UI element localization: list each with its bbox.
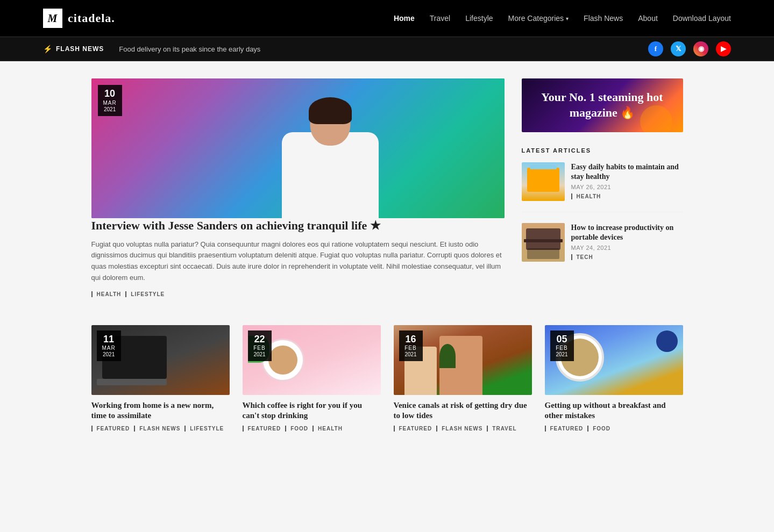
nav-item-lifestyle[interactable]: Lifestyle xyxy=(465,14,493,23)
flash-news-text: Food delivery on its peak since the earl… xyxy=(119,45,648,53)
grid-tag-venice-1[interactable]: FLASH NEWS xyxy=(436,426,482,432)
nav-item-download[interactable]: Download Layout xyxy=(673,14,731,23)
hero-tag-lifestyle[interactable]: Lifestyle xyxy=(125,291,165,297)
left-column: 10 MAR 2021 Interview with Jesse Sanders… xyxy=(91,78,505,308)
nav-link-lifestyle[interactable]: Lifestyle xyxy=(465,14,493,23)
grid-card-laptop: 11 MAR 2021 Working from home is a new n… xyxy=(91,325,230,432)
social-icons: f 𝕏 ◉ ▶ xyxy=(648,41,731,56)
twitter-icon[interactable]: 𝕏 xyxy=(671,41,686,56)
grid-tag-laptop-1[interactable]: FLASH NEWS xyxy=(134,426,180,432)
grid-tags-coffee: FEATURED FOOD HEALTH xyxy=(243,426,381,432)
nav-item-flash[interactable]: Flash News xyxy=(584,14,623,23)
grid-title-breakfast[interactable]: Getting up without a breakfast and other… xyxy=(545,400,683,421)
nav-item-more[interactable]: More Categories ▾ xyxy=(508,14,569,23)
article-tags-productivity: TECH xyxy=(571,254,683,260)
grid-tags-venice: FEATURED FLASH NEWS TRAVEL xyxy=(394,426,532,432)
article-date-habits: MAY 26, 2021 xyxy=(571,184,683,190)
facebook-icon[interactable]: f xyxy=(648,41,663,56)
grid-card-coffee: 22 FEB 2021 Which coffee is right for yo… xyxy=(243,325,381,432)
grid-tag-coffee-2[interactable]: HEALTH xyxy=(313,426,343,432)
youtube-icon[interactable]: ▶ xyxy=(716,41,731,56)
bottom-grid: 11 MAR 2021 Working from home is a new n… xyxy=(81,325,694,432)
grid-title-laptop[interactable]: Working from home is a new norm, time to… xyxy=(91,400,230,421)
grid-card-venice: 16 FEB 2021 Venice canals at risk of get… xyxy=(394,325,532,432)
nav-item-home[interactable]: Home xyxy=(394,14,415,23)
coffee-liquid xyxy=(268,346,297,375)
grid-img-breakfast[interactable]: 05 FEB 2021 xyxy=(545,325,683,395)
grid-tags-laptop: FEATURED FLASH NEWS LIFESTYLE xyxy=(91,426,230,432)
productivity-image xyxy=(522,223,565,262)
grid-date-4: 05 FEB 2021 xyxy=(550,330,574,362)
article-tag-productivity-tech[interactable]: TECH xyxy=(571,254,593,260)
habits-img-accent2 xyxy=(530,165,557,169)
bolt-icon: ⚡ xyxy=(43,45,53,53)
article-title-habits[interactable]: Easy daily habits to maintain and stay h… xyxy=(571,162,683,182)
hero-excerpt: Fugiat quo voluptas nulla pariatur? Quia… xyxy=(91,239,505,284)
navbar: M citadela. Home Travel Lifestyle More C… xyxy=(0,0,774,37)
flash-bar: ⚡ Flash News Food delivery on its peak s… xyxy=(0,37,774,61)
grid-tags-breakfast: FEATURED FOOD xyxy=(545,426,683,432)
grid-tag-coffee-1[interactable]: FOOD xyxy=(285,426,308,432)
productivity-img-base xyxy=(524,239,563,242)
site-name: citadela. xyxy=(68,11,115,25)
grid-tag-breakfast-0[interactable]: FEATURED xyxy=(545,426,584,432)
hero-person xyxy=(276,84,384,218)
grid-tag-breakfast-1[interactable]: FOOD xyxy=(587,426,610,432)
nav-link-download[interactable]: Download Layout xyxy=(673,14,731,23)
habits-img-accent xyxy=(527,168,559,192)
article-info-productivity: How to increase productivity on portable… xyxy=(571,223,683,262)
article-title-productivity[interactable]: How to increase productivity on portable… xyxy=(571,223,683,242)
article-tag-habits-health[interactable]: HEALTH xyxy=(571,193,601,199)
grid-tag-venice-0[interactable]: FEATURED xyxy=(394,426,432,432)
grid-tag-coffee-0[interactable]: FEATURED xyxy=(243,426,281,432)
latest-article-2[interactable]: How to increase productivity on portable… xyxy=(522,223,683,272)
grid-title-venice[interactable]: Venice canals at risk of getting dry due… xyxy=(394,400,532,421)
grid-date-3: 16 FEB 2021 xyxy=(399,330,423,362)
grid-img-venice[interactable]: 16 FEB 2021 xyxy=(394,325,532,395)
hero-tags: Health Lifestyle xyxy=(91,291,505,297)
nav-link-home[interactable]: Home xyxy=(394,14,415,23)
chevron-down-icon: ▾ xyxy=(566,16,569,21)
venice-door xyxy=(439,344,456,368)
breakfast-cup xyxy=(656,330,678,352)
grid-card-breakfast: 05 FEB 2021 Getting up without a breakfa… xyxy=(545,325,683,432)
grid-tag-venice-2[interactable]: TRAVEL xyxy=(487,426,516,432)
person-hair xyxy=(309,97,352,124)
habits-image xyxy=(522,162,565,201)
grid-tag-laptop-0[interactable]: FEATURED xyxy=(91,426,130,432)
nav-link-travel[interactable]: Travel xyxy=(430,14,450,23)
nav-link-about[interactable]: About xyxy=(638,14,658,23)
main-content: 10 MAR 2021 Interview with Jesse Sanders… xyxy=(81,78,694,308)
right-column: Your No. 1 steaming hot magazine 🔥 LATES… xyxy=(522,78,683,308)
promo-banner[interactable]: Your No. 1 steaming hot magazine 🔥 xyxy=(522,78,683,132)
grid-title-coffee[interactable]: Which coffee is right for you if you can… xyxy=(243,400,381,421)
nav-item-travel[interactable]: Travel xyxy=(430,14,450,23)
hero-tag-health[interactable]: Health xyxy=(91,291,122,297)
article-thumb-productivity xyxy=(522,223,565,262)
hero-title[interactable]: Interview with Jesse Sanders on achievin… xyxy=(91,218,505,234)
grid-img-laptop[interactable]: 11 MAR 2021 xyxy=(91,325,230,395)
instagram-icon[interactable]: ◉ xyxy=(693,41,708,56)
logo-icon: M xyxy=(43,9,62,28)
latest-articles-label: LATEST ARTICLES xyxy=(522,147,683,154)
grid-date-2: 22 FEB 2021 xyxy=(248,330,272,362)
nav-item-about[interactable]: About xyxy=(638,14,658,23)
logo[interactable]: M citadela. xyxy=(43,9,115,28)
hero-date-badge: 10 MAR 2021 xyxy=(98,85,122,116)
article-date-productivity: MAY 24, 2021 xyxy=(571,245,683,251)
nav-link-flash[interactable]: Flash News xyxy=(584,14,623,23)
grid-img-coffee[interactable]: 22 FEB 2021 xyxy=(243,325,381,395)
hero-image[interactable]: 10 MAR 2021 xyxy=(91,78,505,218)
latest-article-1[interactable]: Easy daily habits to maintain and stay h… xyxy=(522,162,683,212)
grid-tag-laptop-2[interactable]: LIFESTYLE xyxy=(184,426,224,432)
nav-links: Home Travel Lifestyle More Categories ▾ … xyxy=(394,14,731,23)
article-thumb-habits xyxy=(522,162,565,201)
promo-banner-text: Your No. 1 steaming hot magazine 🔥 xyxy=(522,90,683,120)
laptop-base xyxy=(97,379,167,385)
article-info-habits: Easy daily habits to maintain and stay h… xyxy=(571,162,683,201)
nav-link-more[interactable]: More Categories ▾ xyxy=(508,14,569,23)
article-tags-habits: HEALTH xyxy=(571,193,683,199)
flash-news-label: ⚡ Flash News xyxy=(43,45,104,53)
hero-article: 10 MAR 2021 Interview with Jesse Sanders… xyxy=(91,78,505,297)
grid-date-1: 11 MAR 2021 xyxy=(97,330,121,362)
